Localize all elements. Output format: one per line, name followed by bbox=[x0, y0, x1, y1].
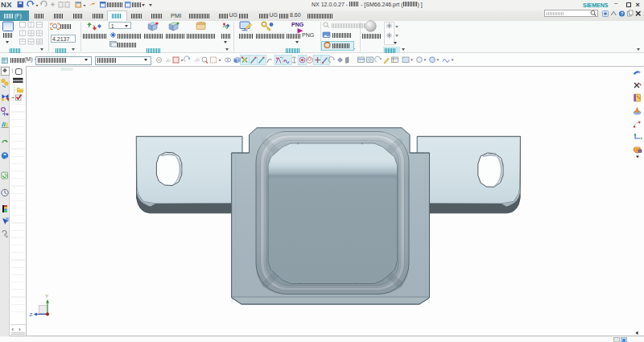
svg-text:Z: Z bbox=[30, 312, 33, 317]
svg-text:Y: Y bbox=[45, 294, 48, 299]
